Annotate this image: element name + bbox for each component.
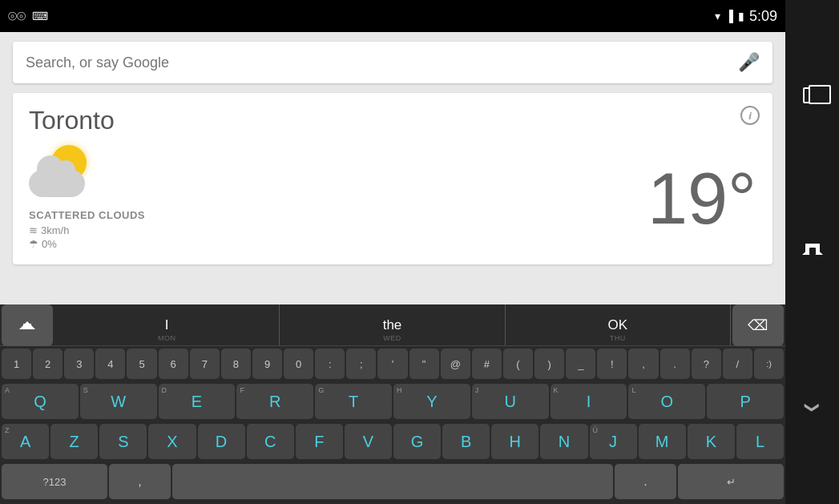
key-colon[interactable]: : xyxy=(315,349,345,379)
hide-keyboard-button[interactable] xyxy=(803,397,822,417)
key-q[interactable]: AQ xyxy=(2,384,79,419)
letter-row-1: AQ SW DE FR GT HY JU KI LO P xyxy=(0,381,785,421)
key-v[interactable]: V xyxy=(345,424,392,459)
signal-icon: ▐ xyxy=(725,10,733,22)
key-m[interactable]: M xyxy=(639,424,686,459)
key-2[interactable]: 2 xyxy=(33,349,63,379)
key-7[interactable]: 7 xyxy=(190,349,220,379)
keyboard: I MON the WED OK THU ⌫ 1 2 3 4 5 6 7 8 xyxy=(0,304,785,504)
microphone-icon[interactable]: 🎤 xyxy=(738,52,760,73)
home-button[interactable] xyxy=(802,245,823,255)
wifi-icon: ▾ xyxy=(715,10,720,22)
key-y[interactable]: HY xyxy=(393,384,470,419)
suggestion-left[interactable]: I MON xyxy=(54,304,280,345)
suggestion-center[interactable]: the WED xyxy=(280,304,505,345)
key-4[interactable]: 4 xyxy=(95,349,125,379)
key-slash[interactable]: / xyxy=(723,349,752,379)
key-o[interactable]: LO xyxy=(628,384,705,419)
key-f[interactable]: F xyxy=(296,424,343,459)
weather-card: Toronto i SCATTERED CLOUDS ≋ 3km/h ☂ 0% … xyxy=(13,93,772,264)
number-row: 1 2 3 4 5 6 7 8 9 0 : ; ' " @ # ( ) _ ! … xyxy=(0,346,785,381)
key-smiley[interactable]: :) xyxy=(754,349,784,379)
key-a[interactable]: ZA xyxy=(2,424,49,459)
keyboard-icon: ⌨ xyxy=(32,10,48,22)
key-9[interactable]: 9 xyxy=(252,349,282,379)
status-icons-left: ⦾⦾ ⌨ xyxy=(8,10,48,23)
key-comma-sym[interactable]: , xyxy=(628,349,658,379)
temperature: 19° xyxy=(647,163,756,235)
key-c[interactable]: C xyxy=(247,424,294,459)
key-k[interactable]: K xyxy=(688,424,735,459)
key-r[interactable]: FR xyxy=(236,384,313,419)
key-p[interactable]: P xyxy=(707,384,784,419)
key-6[interactable]: 6 xyxy=(159,349,188,379)
clock: 5:09 xyxy=(749,8,777,25)
bottom-row: ?123 , . ↵ xyxy=(0,462,785,504)
key-d[interactable]: D xyxy=(198,424,245,459)
key-enter[interactable]: ↵ xyxy=(678,464,784,499)
key-j[interactable]: ÜJ xyxy=(590,424,637,459)
suggestion-right[interactable]: OK THU xyxy=(506,304,731,345)
city-name: Toronto xyxy=(29,106,756,135)
key-z[interactable]: Z xyxy=(50,424,98,459)
key-8[interactable]: 8 xyxy=(221,349,251,379)
letter-row-2: ZA Z S X D C F V G B H N ÜJ M K L xyxy=(0,421,785,462)
key-lparen[interactable]: ( xyxy=(503,349,533,379)
key-hash[interactable]: # xyxy=(472,349,502,379)
key-e[interactable]: DE xyxy=(159,384,236,419)
home-icon xyxy=(802,245,823,255)
info-icon[interactable]: i xyxy=(740,106,760,125)
key-underscore[interactable]: _ xyxy=(566,349,595,379)
weather-condition: SCATTERED CLOUDS xyxy=(29,209,145,221)
key-5[interactable]: 5 xyxy=(127,349,156,379)
key-n[interactable]: N xyxy=(540,424,587,459)
key-semicolon[interactable]: ; xyxy=(346,349,376,379)
weather-icon xyxy=(29,145,93,201)
backspace-button[interactable]: ⌫ xyxy=(732,304,784,346)
nav-sidebar xyxy=(785,0,839,504)
battery-icon: ▮ xyxy=(738,10,744,22)
key-apostrophe[interactable]: ' xyxy=(377,349,407,379)
key-l[interactable]: L xyxy=(736,424,784,459)
search-input[interactable] xyxy=(26,54,738,71)
recent-apps-icon xyxy=(803,87,822,103)
wind-icon: ≋ xyxy=(29,224,38,236)
key-u[interactable]: JU xyxy=(472,384,549,419)
main-content: 🎤 Toronto i SCATTERED CLOUDS ≋ 3km/h ☂ 0… xyxy=(0,32,785,504)
status-bar: ⦾⦾ ⌨ ▾ ▐ ▮ 5:09 xyxy=(0,0,785,32)
key-at[interactable]: @ xyxy=(441,349,470,379)
key-i[interactable]: KI xyxy=(551,384,627,419)
key-period-sym[interactable]: . xyxy=(660,349,690,379)
key-0[interactable]: 0 xyxy=(284,349,313,379)
weather-left: SCATTERED CLOUDS ≋ 3km/h ☂ 0% xyxy=(29,145,145,252)
key-comma[interactable]: , xyxy=(109,464,171,499)
key-t[interactable]: GT xyxy=(315,384,392,419)
voicemail-icon: ⦾⦾ xyxy=(8,10,26,23)
shift-button[interactable] xyxy=(2,304,53,346)
key-excl[interactable]: ! xyxy=(597,349,627,379)
key-space[interactable] xyxy=(172,464,613,499)
rain-icon: ☂ xyxy=(29,238,38,250)
key-1[interactable]: 1 xyxy=(2,349,31,379)
recent-apps-button[interactable] xyxy=(803,87,822,103)
key-w[interactable]: SW xyxy=(80,384,157,419)
key-s[interactable]: S xyxy=(99,424,147,459)
status-icons-right: ▾ ▐ ▮ 5:09 xyxy=(715,8,777,25)
key-b[interactable]: B xyxy=(442,424,490,459)
backspace-icon: ⌫ xyxy=(748,317,768,334)
key-symbols[interactable]: ?123 xyxy=(2,464,107,499)
key-rparen[interactable]: ) xyxy=(534,349,564,379)
key-quote[interactable]: " xyxy=(409,349,439,379)
search-bar[interactable]: 🎤 xyxy=(13,42,772,83)
weather-wind: ≋ 3km/h xyxy=(29,224,145,236)
weather-precipitation: ☂ 0% xyxy=(29,238,145,250)
key-g[interactable]: G xyxy=(393,424,441,459)
key-x[interactable]: X xyxy=(148,424,196,459)
cloud-shape xyxy=(29,170,85,197)
chevron-down-icon xyxy=(803,397,822,417)
key-3[interactable]: 3 xyxy=(64,349,94,379)
key-h[interactable]: H xyxy=(491,424,538,459)
key-question[interactable]: ? xyxy=(692,349,721,379)
key-period[interactable]: . xyxy=(615,464,676,499)
suggestions-row: I MON the WED OK THU ⌫ xyxy=(0,304,785,346)
